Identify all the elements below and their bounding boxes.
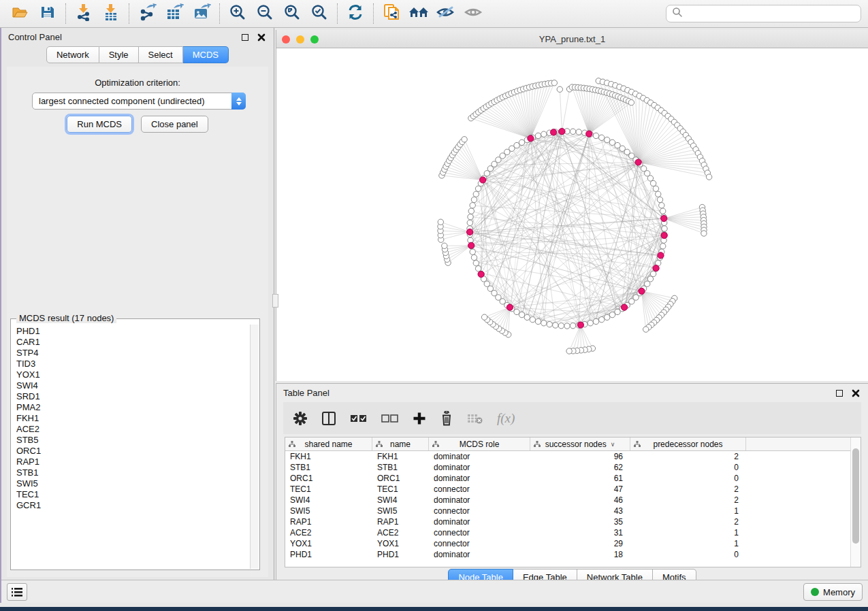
graph-hub-node[interactable] [639, 288, 645, 294]
table-cell[interactable]: dominator [429, 474, 530, 483]
table-cell[interactable]: connector [429, 506, 530, 516]
first-neighbors-button[interactable] [405, 2, 432, 25]
graph-node[interactable] [471, 197, 477, 202]
optimization-criterion-select[interactable]: largest connected component (undirected) [32, 93, 246, 110]
graph-node[interactable] [660, 244, 666, 249]
graph-node[interactable] [535, 318, 541, 324]
graph-node[interactable] [473, 261, 479, 266]
zoom-selected-button[interactable] [306, 2, 333, 25]
table-cell[interactable]: RAP1 [285, 517, 372, 527]
graph-leaf-node[interactable] [438, 219, 443, 225]
column-header-MCDS-role[interactable]: MCDS role [429, 437, 530, 450]
graph-node[interactable] [475, 186, 481, 191]
graph-leaf-node[interactable] [566, 348, 572, 354]
table-cell[interactable]: ACE2 [372, 528, 429, 538]
graph-hub-node[interactable] [528, 135, 534, 142]
table-cell[interactable]: 1 [630, 539, 746, 548]
table-cell[interactable]: dominator [429, 495, 530, 505]
graph-node[interactable] [524, 314, 530, 320]
mcds-list-scrollbar[interactable] [250, 325, 259, 569]
export-image-button[interactable] [188, 2, 215, 25]
table-cell[interactable]: SWI4 [285, 495, 372, 505]
column-header-shared-name[interactable]: shared name [285, 437, 372, 450]
save-session-button[interactable] [34, 2, 61, 25]
graph-node[interactable] [564, 323, 570, 329]
table-settings-button[interactable] [293, 411, 308, 426]
graph-hub-node[interactable] [586, 131, 592, 137]
table-cell[interactable]: 1 [630, 506, 746, 516]
import-table-button[interactable] [97, 2, 125, 25]
panel-splitter-handle[interactable] [272, 294, 278, 308]
table-cell[interactable]: 0 [630, 474, 746, 483]
table-cell[interactable]: 29 [530, 539, 630, 548]
graph-node[interactable] [468, 214, 473, 220]
copy-network-button[interactable] [378, 2, 405, 25]
table-cell[interactable]: STB1 [372, 463, 429, 472]
graph-node[interactable] [657, 197, 662, 202]
graph-node[interactable] [659, 203, 664, 208]
table-row[interactable]: STB1STB1dominator620 [285, 462, 861, 473]
table-cell[interactable]: 0 [630, 463, 746, 472]
graph-node[interactable] [475, 266, 481, 271]
graph-hub-node[interactable] [653, 265, 659, 271]
mcds-result-item[interactable]: ORC1 [16, 446, 250, 457]
graph-node[interactable] [519, 312, 524, 317]
mcds-result-item[interactable]: FKH1 [16, 413, 250, 424]
graph-leaf-node[interactable] [481, 314, 487, 320]
graph-node[interactable] [605, 314, 610, 320]
table-cell[interactable]: 2 [630, 452, 746, 461]
tab-select[interactable]: Select [139, 46, 183, 63]
graph-node[interactable] [650, 271, 656, 276]
graph-leaf-node[interactable] [706, 174, 711, 180]
graph-hub-node[interactable] [661, 232, 667, 238]
graph-node[interactable] [593, 318, 598, 324]
table-cell[interactable]: connector [429, 484, 530, 494]
graph-node[interactable] [570, 323, 575, 329]
graph-hub-node[interactable] [577, 322, 583, 328]
column-header-name[interactable]: name [372, 437, 429, 450]
graph-node[interactable] [615, 309, 620, 314]
graph-node[interactable] [541, 131, 547, 137]
delete-table-button[interactable] [467, 413, 483, 424]
table-cell[interactable]: 18 [530, 550, 630, 559]
graph-node[interactable] [599, 317, 605, 323]
table-cell[interactable]: YOX1 [285, 539, 372, 548]
unselect-all-columns-button[interactable] [381, 414, 399, 423]
graph-hub-node[interactable] [658, 252, 664, 259]
close-panel-action-button[interactable]: Close panel [141, 116, 208, 133]
graph-node[interactable] [514, 142, 519, 148]
mcds-result-item[interactable]: TID3 [16, 359, 250, 369]
table-cell[interactable]: 31 [530, 528, 630, 538]
graph-hub-node[interactable] [480, 177, 486, 183]
open-file-button[interactable] [7, 2, 34, 25]
table-cell[interactable]: 61 [530, 474, 630, 483]
table-cell[interactable]: 2 [630, 517, 746, 527]
graph-hub-node[interactable] [551, 129, 557, 135]
table-cell[interactable]: dominator [429, 463, 530, 472]
network-window-titlebar[interactable]: YPA_prune.txt_1 [276, 30, 868, 48]
show-columns-button[interactable] [321, 411, 336, 426]
table-row[interactable]: YOX1YOX1connector291 [285, 538, 861, 549]
graph-leaf-node[interactable] [557, 86, 562, 92]
tab-network[interactable]: Network [46, 46, 99, 63]
graph-hub-node[interactable] [661, 216, 667, 222]
table-cell[interactable]: 0 [630, 550, 746, 559]
float-table-panel-button[interactable] [834, 388, 845, 399]
table-row[interactable]: SWI5SWI5connector431 [285, 506, 861, 516]
graph-node[interactable] [519, 139, 524, 145]
graph-hub-node[interactable] [635, 159, 641, 165]
table-cell[interactable]: RAP1 [372, 517, 429, 527]
table-cell[interactable]: TEC1 [372, 484, 429, 494]
graph-node[interactable] [609, 139, 615, 145]
table-cell[interactable]: dominator [429, 517, 530, 527]
mcds-result-item[interactable]: SWI4 [16, 380, 250, 391]
graph-node[interactable] [599, 135, 605, 140]
mcds-result-item[interactable]: CAR1 [16, 337, 250, 348]
graph-node[interactable] [656, 191, 661, 197]
graph-node[interactable] [535, 133, 541, 138]
table-cell[interactable]: dominator [429, 452, 530, 461]
table-cell[interactable]: STB1 [285, 463, 372, 472]
table-scrollbar-thumb[interactable] [852, 448, 859, 544]
graph-node[interactable] [647, 176, 653, 181]
run-mcds-button[interactable]: Run MCDS [67, 116, 132, 133]
